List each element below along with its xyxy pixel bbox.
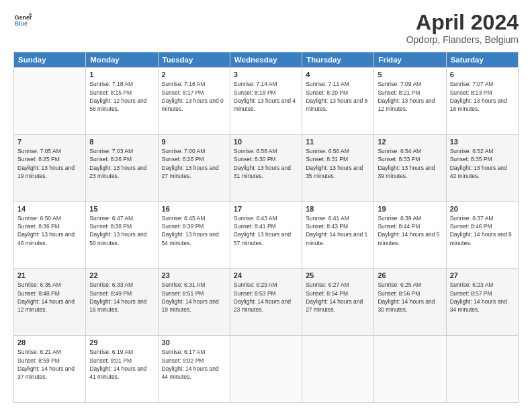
weekday-header-saturday: Saturday xyxy=(446,52,518,68)
day-cell: 15Sunrise: 6:47 AMSunset: 8:38 PMDayligh… xyxy=(86,201,158,269)
svg-text:Blue: Blue xyxy=(14,20,28,27)
day-cell: 29Sunrise: 6:19 AMSunset: 9:01 PMDayligh… xyxy=(86,336,158,403)
day-number: 20 xyxy=(450,205,515,213)
weekday-header-thursday: Thursday xyxy=(302,52,374,68)
day-number: 30 xyxy=(162,338,226,347)
day-cell: 7Sunrise: 7:05 AMSunset: 8:25 PMDaylight… xyxy=(14,134,86,201)
week-row-4: 21Sunrise: 6:35 AMSunset: 8:48 PMDayligh… xyxy=(14,269,519,336)
day-info: Sunrise: 7:07 AMSunset: 8:23 PMDaylight:… xyxy=(450,80,515,113)
day-cell: 28Sunrise: 6:21 AMSunset: 8:59 PMDayligh… xyxy=(14,336,86,403)
day-number: 5 xyxy=(378,71,442,79)
header-row: SundayMondayTuesdayWednesdayThursdayFrid… xyxy=(14,52,519,68)
weekday-header-monday: Monday xyxy=(86,52,158,68)
day-cell: 13Sunrise: 6:52 AMSunset: 8:35 PMDayligh… xyxy=(446,134,518,201)
day-info: Sunrise: 6:43 AMSunset: 8:41 PMDaylight:… xyxy=(234,214,298,247)
day-info: Sunrise: 7:00 AMSunset: 8:28 PMDaylight:… xyxy=(162,147,226,180)
logo: General Blue xyxy=(13,11,32,30)
day-cell: 11Sunrise: 6:56 AMSunset: 8:31 PMDayligh… xyxy=(302,134,374,201)
day-number: 18 xyxy=(306,205,370,213)
day-info: Sunrise: 6:17 AMSunset: 9:02 PMDaylight:… xyxy=(162,348,226,381)
day-info: Sunrise: 6:58 AMSunset: 8:30 PMDaylight:… xyxy=(234,147,298,180)
day-info: Sunrise: 6:29 AMSunset: 8:53 PMDaylight:… xyxy=(234,281,298,314)
day-cell xyxy=(230,336,302,403)
day-number: 28 xyxy=(17,338,82,347)
day-cell: 4Sunrise: 7:11 AMSunset: 8:20 PMDaylight… xyxy=(302,68,374,135)
day-info: Sunrise: 6:50 AMSunset: 8:36 PMDaylight:… xyxy=(17,214,82,247)
day-cell: 16Sunrise: 6:45 AMSunset: 8:39 PMDayligh… xyxy=(158,201,230,269)
main-title: April 2024 xyxy=(406,11,519,34)
day-info: Sunrise: 6:23 AMSunset: 8:57 PMDaylight:… xyxy=(450,281,515,314)
day-cell: 10Sunrise: 6:58 AMSunset: 8:30 PMDayligh… xyxy=(230,134,302,201)
week-row-1: 1Sunrise: 7:18 AMSunset: 8:15 PMDaylight… xyxy=(14,68,519,135)
subtitle: Opdorp, Flanders, Belgium xyxy=(406,34,519,45)
day-cell xyxy=(302,336,374,403)
day-cell: 26Sunrise: 6:25 AMSunset: 8:56 PMDayligh… xyxy=(374,269,446,336)
day-info: Sunrise: 6:45 AMSunset: 8:39 PMDaylight:… xyxy=(162,214,226,247)
day-number: 21 xyxy=(17,271,82,279)
day-number: 3 xyxy=(234,71,298,79)
day-info: Sunrise: 6:31 AMSunset: 8:51 PMDaylight:… xyxy=(162,281,226,314)
day-cell xyxy=(446,336,518,403)
day-cell: 5Sunrise: 7:09 AMSunset: 8:21 PMDaylight… xyxy=(374,68,446,135)
weekday-header-tuesday: Tuesday xyxy=(158,52,230,68)
day-number: 29 xyxy=(89,338,154,347)
weekday-header-wednesday: Wednesday xyxy=(230,52,302,68)
day-info: Sunrise: 6:37 AMSunset: 8:46 PMDaylight:… xyxy=(450,214,515,247)
day-number: 17 xyxy=(234,205,298,213)
page: General Blue April 2024 Opdorp, Flanders… xyxy=(0,0,532,411)
day-number: 15 xyxy=(89,205,154,213)
day-info: Sunrise: 7:14 AMSunset: 8:18 PMDaylight:… xyxy=(234,80,298,113)
day-cell: 8Sunrise: 7:03 AMSunset: 8:26 PMDaylight… xyxy=(86,134,158,201)
day-info: Sunrise: 6:56 AMSunset: 8:31 PMDaylight:… xyxy=(306,147,370,180)
day-number: 13 xyxy=(450,138,515,146)
day-number: 2 xyxy=(162,71,226,79)
day-number: 8 xyxy=(89,138,154,146)
day-info: Sunrise: 7:05 AMSunset: 8:25 PMDaylight:… xyxy=(17,147,82,180)
day-info: Sunrise: 7:18 AMSunset: 8:15 PMDaylight:… xyxy=(89,80,154,113)
day-number: 23 xyxy=(162,271,226,279)
day-cell xyxy=(14,68,86,135)
day-number: 10 xyxy=(234,138,298,146)
day-cell: 27Sunrise: 6:23 AMSunset: 8:57 PMDayligh… xyxy=(446,269,518,336)
weekday-header-friday: Friday xyxy=(374,52,446,68)
day-cell: 24Sunrise: 6:29 AMSunset: 8:53 PMDayligh… xyxy=(230,269,302,336)
day-number: 7 xyxy=(17,138,82,146)
day-cell: 3Sunrise: 7:14 AMSunset: 8:18 PMDaylight… xyxy=(230,68,302,135)
day-info: Sunrise: 6:33 AMSunset: 8:49 PMDaylight:… xyxy=(89,281,154,314)
day-cell: 23Sunrise: 6:31 AMSunset: 8:51 PMDayligh… xyxy=(158,269,230,336)
day-number: 25 xyxy=(306,271,370,279)
day-cell: 20Sunrise: 6:37 AMSunset: 8:46 PMDayligh… xyxy=(446,201,518,269)
weekday-header-sunday: Sunday xyxy=(14,52,86,68)
day-info: Sunrise: 6:19 AMSunset: 9:01 PMDaylight:… xyxy=(89,348,154,381)
day-cell: 9Sunrise: 7:00 AMSunset: 8:28 PMDaylight… xyxy=(158,134,230,201)
calendar-table: SundayMondayTuesdayWednesdayThursdayFrid… xyxy=(13,52,519,403)
day-info: Sunrise: 6:21 AMSunset: 8:59 PMDaylight:… xyxy=(17,348,82,381)
day-number: 27 xyxy=(450,271,515,279)
day-cell: 19Sunrise: 6:39 AMSunset: 8:44 PMDayligh… xyxy=(374,201,446,269)
day-info: Sunrise: 6:27 AMSunset: 8:54 PMDaylight:… xyxy=(306,281,370,314)
day-cell: 12Sunrise: 6:54 AMSunset: 8:33 PMDayligh… xyxy=(374,134,446,201)
day-info: Sunrise: 6:54 AMSunset: 8:33 PMDaylight:… xyxy=(378,147,442,180)
day-cell: 6Sunrise: 7:07 AMSunset: 8:23 PMDaylight… xyxy=(446,68,518,135)
day-info: Sunrise: 7:16 AMSunset: 8:17 PMDaylight:… xyxy=(162,80,226,113)
day-number: 9 xyxy=(162,138,226,146)
day-info: Sunrise: 7:09 AMSunset: 8:21 PMDaylight:… xyxy=(378,80,442,113)
day-number: 11 xyxy=(306,138,370,146)
day-number: 26 xyxy=(378,271,442,279)
day-cell: 1Sunrise: 7:18 AMSunset: 8:15 PMDaylight… xyxy=(86,68,158,135)
day-cell: 14Sunrise: 6:50 AMSunset: 8:36 PMDayligh… xyxy=(14,201,86,269)
day-number: 14 xyxy=(17,205,82,213)
day-info: Sunrise: 6:52 AMSunset: 8:35 PMDaylight:… xyxy=(450,147,515,180)
day-cell: 25Sunrise: 6:27 AMSunset: 8:54 PMDayligh… xyxy=(302,269,374,336)
day-number: 24 xyxy=(234,271,298,279)
day-info: Sunrise: 7:03 AMSunset: 8:26 PMDaylight:… xyxy=(89,147,154,180)
day-number: 12 xyxy=(378,138,442,146)
week-row-3: 14Sunrise: 6:50 AMSunset: 8:36 PMDayligh… xyxy=(14,201,519,269)
day-number: 6 xyxy=(450,71,515,79)
day-info: Sunrise: 6:47 AMSunset: 8:38 PMDaylight:… xyxy=(89,214,154,247)
logo-icon: General Blue xyxy=(13,11,32,30)
day-number: 1 xyxy=(89,71,154,79)
day-cell: 30Sunrise: 6:17 AMSunset: 9:02 PMDayligh… xyxy=(158,336,230,403)
day-cell xyxy=(374,336,446,403)
week-row-2: 7Sunrise: 7:05 AMSunset: 8:25 PMDaylight… xyxy=(14,134,519,201)
